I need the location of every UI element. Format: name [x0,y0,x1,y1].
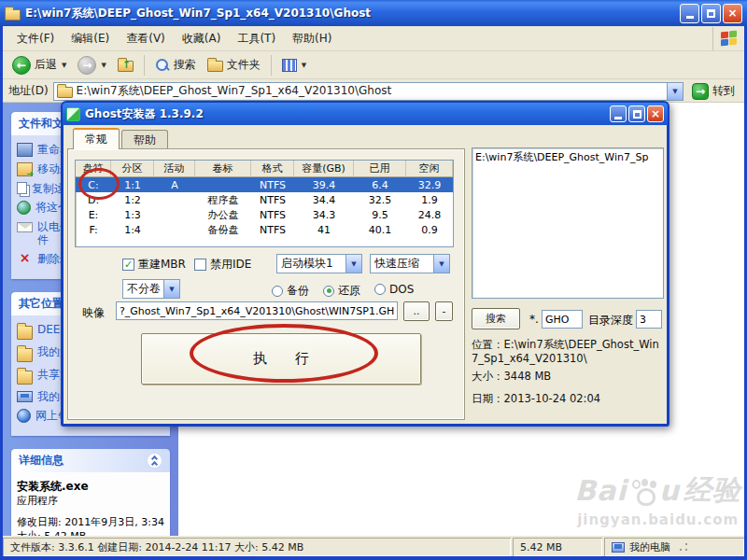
split-select[interactable]: 不分卷 ▼ [122,279,180,299]
col-used[interactable]: 已用 [354,161,406,177]
execute-button[interactable]: 执 行 [141,333,421,385]
folder-icon [17,326,33,340]
ghost-installer-icon [66,107,80,121]
address-input[interactable]: E:\win7系统\DEEP_Ghost_Win7_Sp1_x64_V20131… [53,82,684,101]
window-border-bottom [0,556,747,560]
col-capacity[interactable]: 容量(GB) [294,161,354,177]
windows-logo-icon [712,27,744,50]
views-icon [282,59,297,72]
remove-button[interactable]: - [435,301,453,321]
details-file-name: 安装系统.exe [17,480,164,494]
backup-radio[interactable]: 备份 [272,283,309,299]
col-label[interactable]: 卷标 [195,161,251,177]
list-item[interactable]: E:\win7系统\DEEP_Ghost_Win7_Sp [475,150,660,164]
search-button[interactable]: 搜索 [151,55,200,75]
ext-prefix-label: *. [529,313,539,326]
image-path-input[interactable] [116,301,398,320]
network-icon [17,409,31,423]
status-file-info: 文件版本: 3.3.6.1 创建日期: 2014-2-24 11:17 大小: … [3,538,511,556]
menu-file[interactable]: 文件(F) [8,28,63,49]
details-size: 大小: 5.42 MB [17,529,164,536]
forward-dropdown-icon[interactable]: ▼ [101,62,106,69]
folder-icon [5,9,21,21]
rebuild-mbr-checkbox[interactable]: ✓ 重建MBR [122,257,186,273]
menu-help[interactable]: 帮助(H) [284,28,340,49]
dialog-title: Ghost安装器 1.3.9.2 [85,106,610,122]
tab-page-general: 盘符 分区 活动 卷标 格式 容量(GB) 已用 空闲 C: 1:1 A NTF… [68,149,464,419]
depth-label: 目录深度 [588,313,633,329]
tab-help[interactable]: 帮助 [121,130,168,149]
close-button[interactable]: × [723,4,742,23]
search-results-list[interactable]: E:\win7系统\DEEP_Ghost_Win7_Sp [472,147,664,299]
col-free[interactable]: 空闲 [406,161,453,177]
boot-module-select[interactable]: 启动模块1 ▼ [276,254,362,273]
status-zone: 我的电脑 [604,538,744,556]
table-row[interactable]: D: [76,192,111,207]
toolbar-separator [144,55,145,76]
chevron-down-icon[interactable]: ▼ [433,255,449,273]
partition-table[interactable]: 盘符 分区 活动 卷标 格式 容量(GB) 已用 空闲 C: 1:1 A NTF… [75,160,454,247]
toolbar: ← 后退 ▼ → ▼ ↑ 搜索 文件夹 ▼ [3,51,744,79]
extension-input[interactable] [542,310,583,329]
dos-radio[interactable]: DOS [374,283,414,296]
dialog-maximize-button[interactable] [628,105,645,122]
minimize-button[interactable] [680,4,699,23]
folders-label: 文件夹 [227,57,261,73]
col-active[interactable]: 活动 [154,161,195,177]
address-dropdown-icon[interactable]: ▼ [667,83,683,100]
folder-icon [17,371,33,385]
menu-tools[interactable]: 工具(T) [229,28,284,49]
window-title: E:\win7系统\DEEP_Ghost_Win7_Sp1_x64_V20131… [25,6,680,21]
menu-bar: 文件(F) 编辑(E) 查看(V) 收藏(A) 工具(T) 帮助(H) [3,26,744,51]
forward-button[interactable]: → ▼ [74,54,109,77]
other-places-title: 其它位置 [19,296,63,312]
menu-edit[interactable]: 编辑(E) [63,28,118,49]
checkbox-checked-icon: ✓ [122,259,134,271]
ghost-installer-dialog: Ghost安装器 1.3.9.2 × 常规 帮助 盘符 分区 活动 卷标 格式 [61,101,669,427]
details-title: 详细信息 [19,453,63,469]
maximize-button[interactable] [701,4,721,23]
radio-unselected-icon [272,286,283,297]
depth-input[interactable] [636,310,662,329]
table-row[interactable]: F: [76,222,111,237]
browse-button[interactable]: .. [403,301,430,321]
chevron-down-icon[interactable]: ▼ [163,280,179,298]
search-gho-button[interactable]: 搜索 [472,308,520,329]
gho-location: 位置：E:\win7系统\DEEP_Ghost_Win7_Sp1_x64_V20… [472,338,666,366]
forward-icon: → [78,56,96,75]
back-button[interactable]: ← 后退 ▼ [8,54,70,77]
back-dropdown-icon[interactable]: ▼ [62,62,66,69]
up-button[interactable]: ↑ [114,56,137,74]
folders-button[interactable]: 文件夹 [204,55,264,75]
toolbar-separator [271,55,272,76]
go-button[interactable]: → 转到 [688,82,739,101]
details-header[interactable]: 详细信息 [11,449,170,472]
tab-general[interactable]: 常规 [73,128,120,149]
col-partition[interactable]: 分区 [111,161,154,177]
rename-icon [17,143,33,157]
compression-select[interactable]: 快速压缩 ▼ [370,254,450,273]
dialog-minimize-button[interactable] [610,105,627,122]
back-label: 后退 [35,57,57,73]
chevron-down-icon[interactable]: ▼ [345,255,361,273]
delete-icon: × [17,252,33,266]
table-row[interactable]: C: [76,177,111,192]
status-zone-label: 我的电脑 [629,540,670,554]
col-format[interactable]: 格式 [251,161,294,177]
disable-ide-checkbox[interactable]: 禁用IDE [194,257,251,273]
views-button[interactable]: ▼ [278,57,310,74]
restore-radio[interactable]: 还原 [323,283,360,299]
col-drive[interactable]: 盘符 [76,161,111,177]
resize-grip[interactable] [675,542,688,552]
views-dropdown-icon: ▼ [302,62,306,69]
gho-date: 日期：2013-10-24 02:04 [472,392,666,406]
details-modified: 修改日期: 2011年9月3日, 3:34 [17,515,164,529]
move-icon [17,162,33,176]
menu-view[interactable]: 查看(V) [118,28,174,49]
dialog-close-button[interactable]: × [647,105,664,122]
explorer-window: E:\win7系统\DEEP_Ghost_Win7_Sp1_x64_V20131… [0,0,747,560]
table-row[interactable]: E: [76,207,111,222]
menu-favorites[interactable]: 收藏(A) [174,28,230,49]
maximize-icon [707,9,715,18]
collapse-button[interactable] [147,453,162,469]
